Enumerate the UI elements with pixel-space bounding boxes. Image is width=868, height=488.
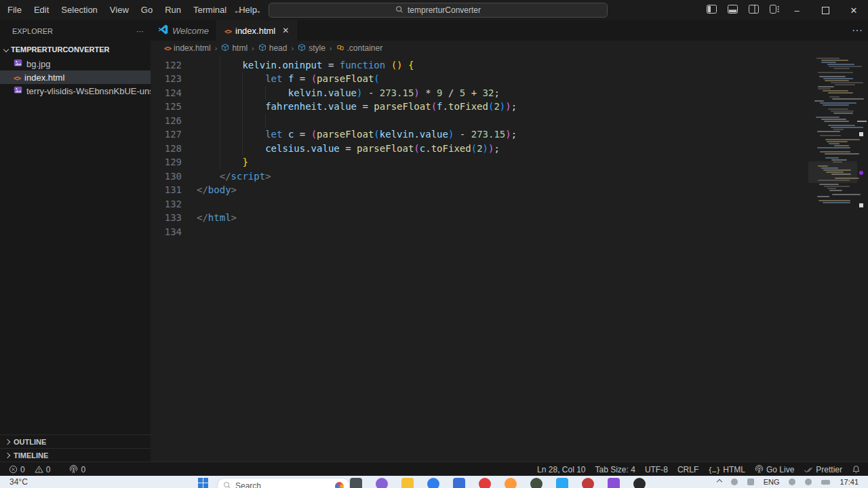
tray-icon[interactable] [747,479,754,485]
minimap-line [819,184,839,185]
file-item-index-html[interactable]: <>index.html [0,70,151,84]
minimap-line [825,153,859,155]
weather-widget[interactable]: 34°C [9,477,28,487]
minimap-line [816,117,840,118]
taskbar-app-premiere[interactable] [608,478,620,488]
minimap[interactable] [812,58,856,247]
menu-view[interactable]: View [104,0,135,20]
code-line: 124 kelvin.value) - 273.15) * 9 / 5 + 32… [151,86,868,100]
toggle-sidebar-icon[interactable] [707,5,717,16]
menu-bar: FileEditSelectionViewGoRunTerminalHelp [1,0,263,20]
taskbar-app-chrome[interactable] [530,478,542,488]
file-item-bg-jpg[interactable]: bg.jpg [0,57,151,70]
hidden-icons-chevron[interactable] [716,479,722,485]
tray-icon[interactable] [731,479,738,485]
minimap-line [829,143,840,144]
code-line: 133</html> [151,211,868,225]
overview-ruler[interactable] [856,56,868,462]
breadcrumb-separator: › [291,44,294,52]
line-content [197,114,868,128]
status-0[interactable]: 0 [64,462,90,476]
breadcrumb-separator: › [330,44,332,52]
status-label: CRLF [677,465,698,474]
menu-go[interactable]: Go [135,0,159,20]
taskbar-app-file-explorer[interactable] [401,478,414,488]
taskbar-app-photos[interactable] [350,478,362,488]
status-bell-icon[interactable] [847,462,865,476]
sidebar-panel-outline[interactable]: OUTLINE [0,434,151,448]
minimap-line [829,190,842,191]
minimap-line [820,135,841,136]
taskbar-app-media-player[interactable] [633,478,646,488]
breadcrumb-item-html[interactable]: html [221,43,248,54]
close-tab-icon[interactable]: ✕ [282,26,289,35]
status-go-live[interactable]: Go Live [750,462,799,476]
status-label: Ln 28, Col 10 [537,465,585,474]
taskbar-app-vscode[interactable] [556,478,568,488]
menu-edit[interactable]: Edit [28,0,55,20]
volume-icon[interactable] [805,479,812,485]
network-icon[interactable] [789,479,795,485]
taskbar-app-obs[interactable] [582,478,594,488]
battery-icon[interactable] [821,480,830,485]
menu-run[interactable]: Run [159,0,187,20]
breadcrumb-item-head[interactable]: head [258,43,288,54]
layout-controls [707,0,780,20]
forward-arrow-icon[interactable]: → [252,5,262,16]
status-prettier[interactable]: Prettier [799,462,847,476]
status-0[interactable]: 0 [30,462,56,476]
close-button[interactable]: ✕ [840,0,868,20]
title-bar: FileEditSelectionViewGoRunTerminalHelp ←… [0,0,868,20]
status-html[interactable]: {…}HTML [703,462,750,476]
file-name: terry-vlisidis-WsEbnsnKbUE-unsplas... [26,86,151,96]
minimap-viewport[interactable] [808,161,857,183]
tab-index-html[interactable]: <>index.html✕ [217,20,297,41]
status-ln-28-col-10[interactable]: Ln 28, Col 10 [532,462,590,476]
windows-start-button[interactable] [198,478,208,488]
status-utf-8[interactable]: UTF-8 [640,462,673,476]
taskbar-search[interactable]: Search [217,478,350,488]
breadcrumb-item-index-html[interactable]: <>index.html [164,43,211,53]
tab-welcome[interactable]: Welcome [151,20,217,41]
editor-more-actions-icon[interactable]: ··· [852,24,863,37]
taskbar-app-edge[interactable] [427,478,439,488]
sidebar-panel-timeline[interactable]: TIMELINE [0,448,151,462]
minimap-line [824,186,850,187]
taskbar-app-opera[interactable] [479,478,491,488]
status-crlf[interactable]: CRLF [673,462,703,476]
minimap-line [823,202,850,203]
breadcrumb-item--container[interactable]: .container [336,43,383,54]
minimize-button[interactable]: – [783,0,811,20]
image-file-icon [14,85,22,96]
status-0[interactable]: 0 [4,462,30,476]
status-tab-size-4[interactable]: Tab Size: 4 [591,462,640,476]
workspace-folder-row[interactable]: TEMPRERTURCONVERTER [0,42,151,57]
menu-file[interactable]: File [1,0,28,20]
breadcrumb-item-style[interactable]: style [298,43,326,54]
symbol-class-icon [336,43,344,54]
code-line: 129 } [151,155,868,169]
menu-terminal[interactable]: Terminal [187,0,233,20]
menu-selection[interactable]: Selection [55,0,103,20]
customize-layout-icon[interactable] [770,5,780,16]
maximize-button[interactable] [811,0,840,20]
toggle-secondary-sidebar-icon[interactable] [749,5,759,16]
taskbar-app-store[interactable] [453,478,465,488]
back-arrow-icon[interactable]: ← [233,5,243,16]
status-label: Tab Size: 4 [595,465,635,474]
code-line: 132 [151,197,868,211]
taskbar-app-task-view[interactable] [376,478,388,488]
symbol-element-icon [258,43,267,54]
clock[interactable]: 17:41 [840,478,859,486]
taskbar-app-firefox[interactable] [505,478,517,488]
explorer-actions-button[interactable]: ··· [136,27,144,35]
toggle-panel-icon[interactable] [728,5,738,16]
command-center-search[interactable]: temprerturConverter [269,3,608,18]
code-editor[interactable]: 121 }122 kelvin.oninput = function () {1… [151,56,868,462]
file-item-terry-vlisidis-wsebnsnkbue-unsplas-[interactable]: terry-vlisidis-WsEbnsnKbUE-unsplas... [0,84,151,98]
minimap-line [821,60,849,61]
line-content: kelvin.oninput = function () { [197,58,868,73]
file-tree: bg.jpg<>index.htmlterry-vlisidis-WsEbnsn… [0,57,151,98]
panel-label: OUTLINE [14,438,46,446]
language-indicator[interactable]: ENG [764,478,780,486]
